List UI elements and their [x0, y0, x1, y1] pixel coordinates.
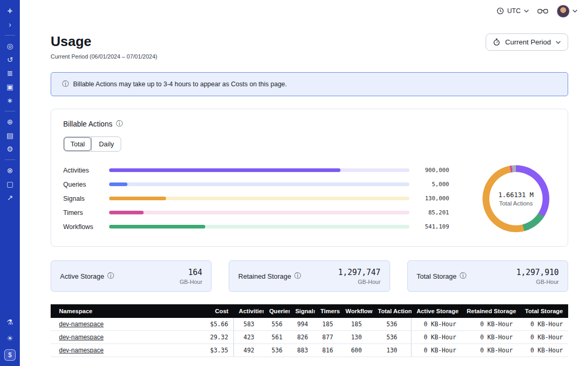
table-cell: 0 KB-Hour	[462, 331, 518, 344]
table-cell: 826	[290, 331, 315, 344]
usage-icon[interactable]: ⊗	[0, 164, 20, 177]
tab-daily[interactable]: Daily	[91, 137, 121, 151]
bar-value: 5,000	[409, 181, 457, 188]
col-header: Total Actions	[373, 304, 411, 318]
table-cell: 536	[264, 344, 290, 357]
col-header: Retained Storage	[462, 304, 518, 318]
table-row: dev-namespace$5.665835569941851855360 KB…	[51, 318, 568, 331]
sidebar-groups: +›◎↺≣▣∗⊕▤⚙⊗▢↗	[0, 4, 20, 204]
stat-value: 164	[180, 268, 202, 277]
donut-chart: 1.66131 M Total Actions	[483, 165, 549, 232]
usage-table: NamespaceCostActivitiesQueriesSignalsTim…	[51, 304, 568, 357]
sidebar-divider	[5, 159, 15, 160]
sidebar-bottom: ⚗☀$	[0, 315, 20, 361]
bar-row: Queries5,000	[63, 177, 457, 191]
avatar	[557, 5, 570, 18]
col-header: Namespace	[51, 304, 186, 318]
view-toggle: Total Daily	[63, 136, 121, 152]
bar-value: 900,000	[409, 167, 457, 174]
billable-actions-card: Billable Actions ⓘ Total Daily Activitie…	[51, 109, 568, 247]
pricing-dollar-button[interactable]: $	[4, 349, 16, 361]
timezone-selector[interactable]: UTC	[497, 7, 529, 15]
bar-row: Activities900,000	[63, 163, 457, 177]
bar-fill	[109, 168, 340, 172]
theme-sun-icon[interactable]: ☀	[0, 331, 20, 345]
namespace-link[interactable]: dev-namespace	[59, 321, 103, 328]
table-cell: 816	[315, 344, 340, 357]
table-cell: 185	[315, 318, 340, 331]
table-cell: 883	[290, 344, 315, 357]
table-cell: 130	[373, 344, 411, 357]
bar-track	[109, 197, 409, 200]
chevron-down-icon	[556, 41, 561, 44]
col-header: Activities	[233, 304, 264, 318]
stopwatch-icon	[493, 38, 500, 46]
history-icon[interactable]: ↺	[0, 53, 20, 66]
tab-total[interactable]: Total	[64, 137, 91, 151]
docs-icon[interactable]: ▢	[0, 177, 20, 191]
table-cell: 536	[373, 331, 411, 344]
topbar: UTC	[20, 0, 588, 22]
bar-label: Signals	[63, 195, 109, 202]
deployments-icon[interactable]: ▣	[0, 80, 20, 94]
billing-card-icon[interactable]: ▤	[0, 129, 20, 142]
info-icon: ⓘ	[108, 271, 114, 281]
period-button-label: Current Period	[505, 38, 551, 46]
table-cell: 536	[373, 318, 411, 331]
total-actions-label: Total Actions	[499, 200, 533, 207]
col-header: Active Storage	[411, 304, 462, 318]
table-cell: $3.35	[186, 344, 233, 357]
table-cell: 994	[290, 318, 315, 331]
bar-row: Signals130,000	[63, 191, 457, 205]
info-icon: ⓘ	[295, 271, 301, 281]
namespace-link[interactable]: dev-namespace	[59, 334, 103, 341]
period-selector-button[interactable]: Current Period	[486, 33, 568, 51]
bar-value: 85,201	[409, 209, 457, 216]
goggles-icon[interactable]	[537, 7, 548, 15]
bar-track	[109, 211, 409, 214]
table-cell: 0 KB-Hour	[518, 318, 568, 331]
storage-stats: Active Storage ⓘ 164 GB-Hour Retained St…	[51, 260, 568, 292]
account-menu[interactable]	[557, 5, 578, 18]
col-header: Timers	[315, 304, 340, 318]
total-actions-value: 1.66131 M	[498, 191, 534, 199]
banner-text: Billable Actions may take up to 3-4 hour…	[73, 81, 287, 88]
region-globe-icon[interactable]: ⊕	[0, 115, 20, 129]
launch-icon[interactable]: ↗	[0, 191, 20, 204]
table-cell: dev-namespace	[51, 318, 186, 331]
table-cell: 561	[264, 331, 290, 344]
timezone-label: UTC	[507, 7, 521, 15]
bar-track	[109, 225, 409, 228]
bar-label: Timers	[63, 209, 109, 216]
info-icon: ⓘ	[116, 119, 123, 129]
donut-wrap: 1.66131 M Total Actions	[476, 165, 556, 232]
col-header: Total Storage	[518, 304, 568, 318]
namespaces-icon[interactable]: ◎	[0, 39, 20, 53]
schedules-icon[interactable]: ∗	[0, 94, 20, 107]
table-cell: 583	[233, 318, 264, 331]
layers-icon[interactable]: ≣	[0, 66, 20, 80]
table-cell: 0 KB-Hour	[462, 318, 518, 331]
table-cell: 600	[340, 344, 373, 357]
table-cell: dev-namespace	[51, 344, 186, 357]
col-header: Signals	[290, 304, 315, 318]
stat-title: Total Storage	[417, 272, 457, 280]
bar-row: Workflows541,109	[63, 220, 457, 234]
clock-icon	[497, 7, 504, 15]
expand-sidebar-icon[interactable]: ›	[0, 18, 20, 31]
temporal-logo-icon[interactable]: +	[0, 4, 20, 18]
bar-track	[109, 168, 409, 172]
table-cell: 29.32	[186, 331, 233, 344]
stat-card-active-storage: Active Storage ⓘ 164 GB-Hour	[51, 260, 211, 292]
main: UTC Usage Current Period (06/01/2024 – 0…	[20, 0, 588, 366]
settings-gear-icon[interactable]: ⚙	[0, 142, 20, 156]
bar-fill	[109, 211, 144, 214]
bar-label: Queries	[63, 181, 109, 188]
namespace-link[interactable]: dev-namespace	[59, 347, 103, 354]
table-row: dev-namespace$3.354925368838166001300 KB…	[51, 344, 568, 357]
table-cell: 492	[233, 344, 264, 357]
lab-flask-icon[interactable]: ⚗	[0, 315, 20, 329]
col-header: Workflows	[340, 304, 373, 318]
col-header: Queries	[264, 304, 290, 318]
card-title: Billable Actions ⓘ	[63, 119, 556, 129]
